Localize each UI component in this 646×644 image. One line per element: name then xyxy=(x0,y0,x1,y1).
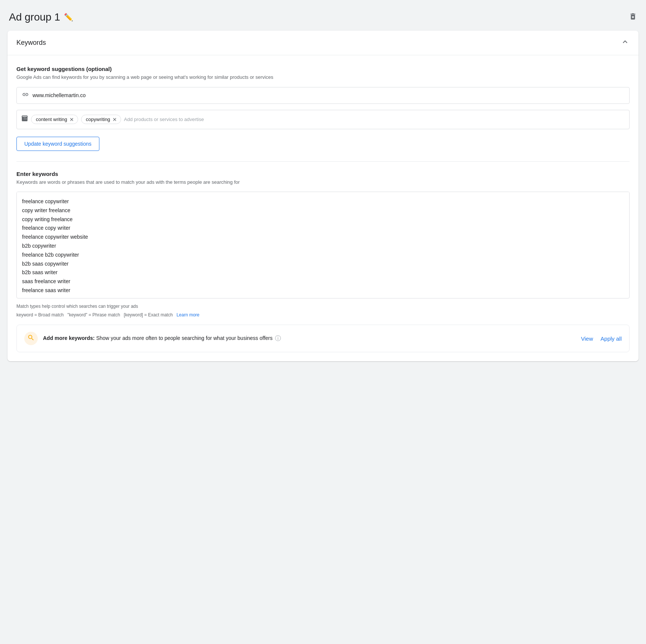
keywords-textarea-wrapper: freelance copywriter copy writer freelan… xyxy=(16,192,630,298)
tag-label: content writing xyxy=(36,117,67,122)
store-icon xyxy=(21,115,28,124)
apply-all-button[interactable]: Apply all xyxy=(600,335,622,342)
keyword-suggestions-section: Get keyword suggestions (optional) Googl… xyxy=(16,66,630,161)
search-icon xyxy=(27,334,35,343)
match-types-line1: Match types help control which searches … xyxy=(16,303,630,310)
card-body: Get keyword suggestions (optional) Googl… xyxy=(7,55,639,361)
tag-content-writing: content writing ✕ xyxy=(31,115,78,124)
add-more-keywords-banner: Add more keywords: Show your ads more of… xyxy=(16,325,630,352)
tags-placeholder: Add products or services to advertise xyxy=(124,117,204,122)
keywords-textarea[interactable]: freelance copywriter copy writer freelan… xyxy=(17,192,629,297)
delete-icon[interactable] xyxy=(629,12,637,22)
tag-remove-content-writing[interactable]: ✕ xyxy=(69,117,74,122)
section-divider xyxy=(16,161,630,162)
url-input[interactable] xyxy=(33,92,624,98)
chevron-up-icon[interactable] xyxy=(621,37,630,48)
enter-keywords-desc: Keywords are words or phrases that are u… xyxy=(16,179,630,186)
suggestions-title: Get keyword suggestions (optional) xyxy=(16,66,630,72)
match-types-line2: keyword = Broad match "keyword" = Phrase… xyxy=(16,312,630,319)
card-title: Keywords xyxy=(16,39,46,47)
page-header: Ad group 1 ✏️ xyxy=(7,7,639,31)
view-link[interactable]: View xyxy=(581,335,593,342)
search-icon-circle xyxy=(24,332,38,345)
banner-left: Add more keywords: Show your ads more of… xyxy=(24,332,281,345)
update-keywords-button[interactable]: Update keyword suggestions xyxy=(16,137,99,151)
banner-actions: View Apply all xyxy=(581,335,622,342)
tag-label: copywriting xyxy=(86,117,110,122)
url-input-wrapper xyxy=(16,87,630,104)
page-title-group: Ad group 1 ✏️ xyxy=(9,11,73,23)
banner-text: Add more keywords: Show your ads more of… xyxy=(43,335,281,343)
enter-keywords-section: Enter keywords Keywords are words or phr… xyxy=(16,171,630,319)
learn-more-link[interactable]: Learn more xyxy=(176,312,199,318)
suggestions-desc: Google Ads can find keywords for you by … xyxy=(16,74,630,81)
banner-normal-text: Show your ads more often to people searc… xyxy=(96,335,272,341)
page-title: Ad group 1 xyxy=(9,11,60,23)
banner-bold-text: Add more keywords: xyxy=(43,335,95,341)
card-header: Keywords xyxy=(7,31,639,55)
tag-remove-copywriting[interactable]: ✕ xyxy=(112,117,117,122)
broad-match-info: keyword = Broad match "keyword" = Phrase… xyxy=(16,312,175,318)
edit-icon[interactable]: ✏️ xyxy=(64,13,73,22)
help-icon[interactable]: ⓘ xyxy=(275,335,281,341)
link-icon xyxy=(22,91,29,100)
keywords-card: Keywords Get keyword suggestions (option… xyxy=(7,31,639,361)
enter-keywords-title: Enter keywords xyxy=(16,171,630,177)
tags-input-wrapper[interactable]: content writing ✕ copywriting ✕ Add prod… xyxy=(16,110,630,129)
tag-copywriting: copywriting ✕ xyxy=(81,115,121,124)
